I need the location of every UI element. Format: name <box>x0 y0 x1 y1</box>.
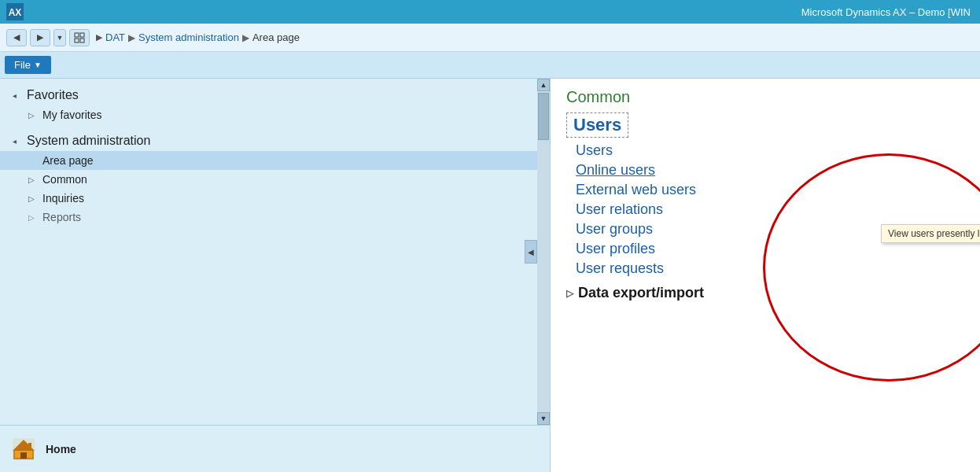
users-link-user-requests[interactable]: User requests <box>566 259 964 278</box>
scroll-up-button[interactable]: ▲ <box>537 79 550 91</box>
nav-bar: ◀ ▶ ▼ ▶ DAT ▶ System administration ▶ Ar… <box>0 24 980 52</box>
home-label[interactable]: Home <box>46 443 76 455</box>
right-content-panel: Common Users Users Online users External… <box>551 79 980 472</box>
back-button[interactable]: ◀ <box>6 29 27 46</box>
forward-button[interactable]: ▶ <box>30 29 50 46</box>
users-link-users[interactable]: Users <box>566 141 964 160</box>
system-admin-arrow: ◂ <box>13 137 22 146</box>
breadcrumb: ▶ DAT ▶ System administration ▶ Area pag… <box>96 31 300 43</box>
breadcrumb-areapage[interactable]: Area page <box>252 31 300 43</box>
navigation-tree: ◂ Favorites ▷ My favorites ◂ System admi… <box>0 85 550 227</box>
system-admin-label: System administration <box>27 134 150 148</box>
scroll-down-button[interactable]: ▼ <box>537 412 550 425</box>
panel-collapse-button[interactable]: ◀ <box>525 240 537 264</box>
svg-rect-3 <box>80 33 84 37</box>
reports-label: Reports <box>42 211 81 223</box>
tree-item-area-page[interactable]: Area page <box>0 151 550 170</box>
inquiries-label: Inquiries <box>42 192 84 205</box>
favorites-arrow: ◂ <box>13 91 22 100</box>
file-button[interactable]: File ▼ <box>5 56 51 74</box>
tree-item-system-admin[interactable]: ◂ System administration <box>0 131 550 151</box>
breadcrumb-sysadmin[interactable]: System administration <box>138 31 239 43</box>
file-label: File <box>14 59 31 71</box>
breadcrumb-sep-1: ▶ <box>128 32 135 43</box>
svg-rect-5 <box>80 39 84 42</box>
title-bar: AX Microsoft Dynamics AX – Demo [WIN <box>0 0 980 24</box>
svg-rect-2 <box>75 33 79 37</box>
svg-rect-9 <box>20 452 27 459</box>
tree-item-favorites[interactable]: ◂ Favorites <box>0 85 550 105</box>
breadcrumb-sep-arrow: ▶ <box>96 32 102 42</box>
ax-logo: AX <box>6 3 24 20</box>
svg-rect-10 <box>28 443 31 448</box>
tooltip: View users presently logged on the syste… <box>881 224 980 243</box>
home-icon <box>11 437 36 462</box>
window-title: Microsoft Dynamics AX – Demo [WIN <box>801 6 971 18</box>
bottom-navigation: Home <box>0 425 550 472</box>
breadcrumb-dat[interactable]: DAT <box>105 31 125 43</box>
home-icon-wrap <box>9 435 38 463</box>
main-content: ◂ Favorites ▷ My favorites ◂ System admi… <box>0 79 980 472</box>
users-link-online-users[interactable]: Online users <box>566 160 964 180</box>
scrollbar: ▲ ▼ <box>537 79 550 425</box>
data-export-label: Data export/import <box>578 285 704 301</box>
data-export-header[interactable]: ▷ Data export/import <box>566 285 964 301</box>
inquiries-arrow: ▷ <box>28 194 38 203</box>
tree-item-common[interactable]: ▷ Common <box>0 170 550 189</box>
my-favorites-label: My favorites <box>42 109 101 121</box>
nav-dropdown-button[interactable]: ▼ <box>53 29 66 46</box>
common-label: Common <box>42 173 87 186</box>
grid-view-button[interactable] <box>69 29 90 46</box>
svg-text:AX: AX <box>9 7 22 18</box>
section-title: Common <box>566 88 964 106</box>
scroll-thumb[interactable] <box>538 93 549 140</box>
tree-item-inquiries[interactable]: ▷ Inquiries <box>0 189 550 208</box>
reports-arrow: ▷ <box>28 213 38 222</box>
common-arrow: ▷ <box>28 175 38 184</box>
left-navigation-panel: ◂ Favorites ▷ My favorites ◂ System admi… <box>0 79 551 472</box>
tree-item-reports[interactable]: ▷ Reports <box>0 208 550 227</box>
nav-tree-container: ◂ Favorites ▷ My favorites ◂ System admi… <box>0 79 550 425</box>
breadcrumb-sep-2: ▶ <box>242 32 249 43</box>
users-header: Users <box>566 112 628 138</box>
data-export-section: ▷ Data export/import <box>566 285 964 301</box>
my-favorites-arrow: ▷ <box>28 111 38 120</box>
users-link-external-web-users[interactable]: External web users <box>566 180 964 200</box>
area-page-label: Area page <box>42 154 94 167</box>
users-link-user-relations[interactable]: User relations <box>566 200 964 219</box>
toolbar: File ▼ <box>0 52 980 79</box>
tree-item-my-favorites[interactable]: ▷ My favorites <box>0 105 550 124</box>
svg-rect-4 <box>75 39 79 42</box>
file-dropdown-arrow: ▼ <box>34 61 42 69</box>
users-group: Users Users Online users External web us… <box>566 112 964 278</box>
favorites-label: Favorites <box>27 88 79 102</box>
data-export-arrow: ▷ <box>566 288 573 299</box>
